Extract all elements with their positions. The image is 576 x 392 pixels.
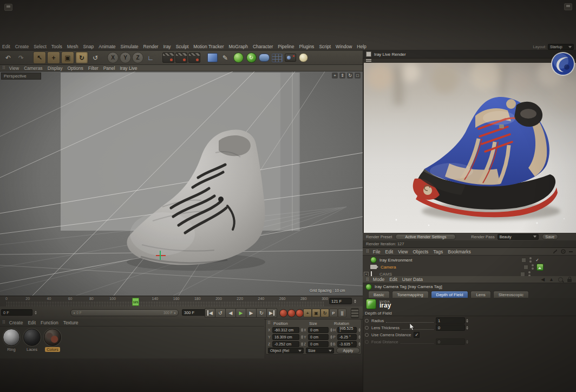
stepper[interactable] xyxy=(465,317,469,324)
menu-item-pipeline[interactable]: Pipeline xyxy=(278,44,294,49)
timeline-ruler[interactable]: 121 121 F 020406080100140160180200220240… xyxy=(0,296,363,308)
stepper[interactable] xyxy=(300,327,304,333)
goto-start-button[interactable]: ◀ xyxy=(205,308,215,318)
stepper[interactable] xyxy=(329,327,333,333)
tab-tonemapping[interactable]: Tonemapping xyxy=(392,291,429,298)
object-menu-bookmarks[interactable]: Bookmarks xyxy=(448,249,471,254)
range-start-stepper[interactable] xyxy=(34,309,37,316)
back-arrow-icon[interactable]: ◀ xyxy=(541,277,545,282)
panel-grip-icon[interactable]: ⠿ xyxy=(366,249,369,254)
visibility-toggle[interactable] xyxy=(523,265,528,270)
menu-item-help[interactable]: Help xyxy=(357,44,366,49)
tab-stereoscopic[interactable]: Stereoscopic xyxy=(493,291,529,298)
environment-grid-icon[interactable] xyxy=(271,52,283,63)
viewport-menu-display[interactable]: Display xyxy=(48,66,63,71)
viewport-menu-panel[interactable]: Panel xyxy=(103,66,115,71)
menu-item-snap[interactable]: Snap xyxy=(83,44,94,49)
record-keyframe-button[interactable] xyxy=(279,309,287,317)
visibility-toggle[interactable] xyxy=(521,258,526,263)
size-mode-dropdown[interactable]: Size xyxy=(306,348,334,354)
panel-grip-icon[interactable]: ⠿ xyxy=(2,320,5,325)
checkbox-use-camera-distance[interactable]: ✓ xyxy=(414,332,420,338)
coord-field-size-z[interactable]: 0 cm xyxy=(308,341,329,347)
key-scale-toggle[interactable]: ▣ xyxy=(312,309,320,317)
deformers-icon[interactable] xyxy=(258,52,270,63)
menu-item-mesh[interactable]: Mesh xyxy=(67,44,78,49)
dope-sheet-icon[interactable] xyxy=(351,308,359,318)
generators-icon[interactable] xyxy=(232,52,244,63)
key-rotation-toggle[interactable]: ↻ xyxy=(320,309,329,317)
menu-item-create[interactable]: Create xyxy=(15,44,29,49)
add-cube-icon[interactable] xyxy=(206,52,218,63)
object-row-camera[interactable]: Camera xyxy=(363,264,576,270)
menu-item-animate[interactable]: Animate xyxy=(99,44,115,49)
render-region-icon[interactable] xyxy=(175,52,187,63)
scroll-right-arrow-icon[interactable]: ▸ xyxy=(174,311,176,315)
field-lens-thickness[interactable]: 0 xyxy=(436,324,465,331)
up-arrow-icon[interactable]: ▲ xyxy=(549,277,554,282)
viewport-menu-view[interactable]: View xyxy=(9,66,19,71)
last-tool-icon[interactable]: ↺ xyxy=(89,52,101,63)
render-pass-dropdown[interactable]: Beauty xyxy=(498,234,539,240)
search-icon[interactable] xyxy=(558,277,563,282)
target-icon[interactable] xyxy=(561,249,566,254)
menu-item-simulate[interactable]: Simulate xyxy=(120,44,138,49)
pan-icon[interactable]: + xyxy=(332,73,338,79)
menu-item-plugins[interactable]: Plugins xyxy=(299,44,314,49)
current-frame-marker[interactable]: 121 xyxy=(132,298,139,306)
menu-item-sculpt[interactable]: Sculpt xyxy=(176,44,189,49)
object-row-iray-environment[interactable]: Iray Environment ✓ xyxy=(363,257,576,263)
tab-lens[interactable]: Lens xyxy=(470,291,490,298)
minus-icon[interactable] xyxy=(569,251,573,252)
render-settings-icon[interactable] xyxy=(188,52,200,63)
animation-dot-icon[interactable] xyxy=(365,326,369,330)
range-start-field[interactable]: 0 F xyxy=(1,309,32,316)
animation-dot-icon[interactable] xyxy=(365,340,369,344)
current-frame-field[interactable]: 121 F xyxy=(329,298,352,304)
coord-field-size-x[interactable]: 0 cm xyxy=(308,327,329,333)
dolly-icon[interactable]: ⇕ xyxy=(339,73,345,79)
save-button[interactable]: Save xyxy=(542,234,558,240)
coord-field-rotation-b[interactable]: -3.635 ° xyxy=(337,341,357,347)
coord-field-rotation-p[interactable]: -6.25 ° xyxy=(337,334,357,340)
animation-dot-icon[interactable] xyxy=(365,333,369,337)
stepper[interactable] xyxy=(357,327,361,333)
coordinate-system-icon[interactable]: ∟ xyxy=(145,52,156,63)
axis-y-button[interactable]: Y xyxy=(120,52,131,63)
stepper[interactable] xyxy=(357,334,361,340)
stepper[interactable] xyxy=(465,324,469,331)
coord-field-position-y[interactable]: 16.309 cm xyxy=(272,334,299,340)
play-forward-button[interactable]: ▶ xyxy=(235,308,246,318)
menu-item-select[interactable]: Select xyxy=(34,44,47,49)
object-menu-edit[interactable]: Edit xyxy=(385,249,394,254)
attribute-menu-user-data[interactable]: User Data xyxy=(402,277,423,282)
layout-dropdown[interactable]: Startup xyxy=(548,44,574,50)
stepper[interactable] xyxy=(329,334,333,340)
field-focal-distance[interactable]: 0 xyxy=(436,338,465,345)
goto-end-button[interactable]: ▶ xyxy=(266,308,277,318)
coord-field-position-x[interactable]: -60.312 cm xyxy=(272,327,299,333)
viewport-menu-options[interactable]: Options xyxy=(68,66,83,71)
panel-grip-icon[interactable]: ⠿ xyxy=(2,66,5,70)
viewport[interactable] xyxy=(0,71,363,296)
menu-item-character[interactable]: Character xyxy=(253,44,273,49)
move-icon[interactable]: + xyxy=(47,51,60,64)
stepper[interactable] xyxy=(465,338,469,345)
menu-item-motion-tracker[interactable]: Motion Tracker xyxy=(193,44,224,49)
timeline-scrollbar[interactable]: ◂ 0 F 300 F ▸ xyxy=(70,309,179,316)
play-backward-button[interactable]: ↺ xyxy=(215,308,226,318)
tab-basic[interactable]: Basic xyxy=(368,291,390,298)
menu-item-iray[interactable]: Iray xyxy=(163,44,171,49)
layout-control[interactable]: Layout: Startup xyxy=(533,44,574,50)
mograph-icon[interactable] xyxy=(245,52,257,63)
toggle-view-icon[interactable]: □ xyxy=(355,73,361,79)
menu-item-mograph[interactable]: MoGraph xyxy=(228,44,247,49)
orbit-icon[interactable]: ↻ xyxy=(347,73,353,79)
render-view-icon[interactable] xyxy=(162,52,174,63)
axis-x-button[interactable]: X xyxy=(107,52,119,63)
stepper[interactable] xyxy=(300,341,304,347)
coord-field-size-y[interactable]: 0 cm xyxy=(308,334,329,340)
tab-depth-of-field[interactable]: Depth of Field xyxy=(431,291,469,298)
attribute-menu-mode[interactable]: Mode xyxy=(373,277,384,282)
previous-frame-button[interactable]: ◀ xyxy=(225,308,236,318)
